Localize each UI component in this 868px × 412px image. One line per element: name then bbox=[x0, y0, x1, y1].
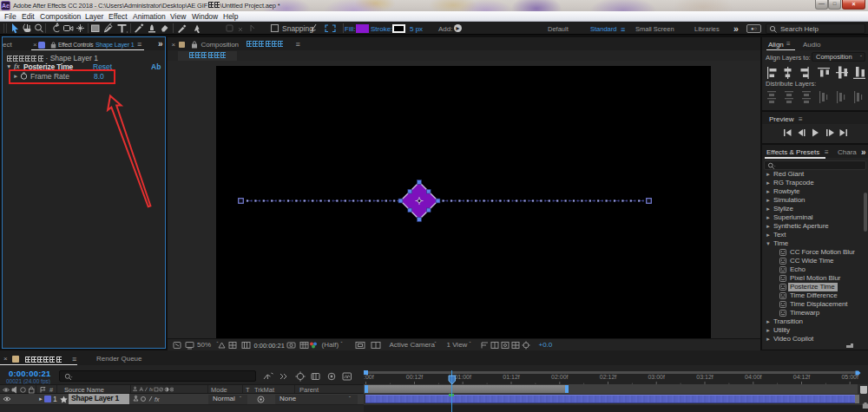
svg-text:fx: fx bbox=[149, 387, 154, 392]
svg-text:fx: fx bbox=[155, 396, 160, 402]
